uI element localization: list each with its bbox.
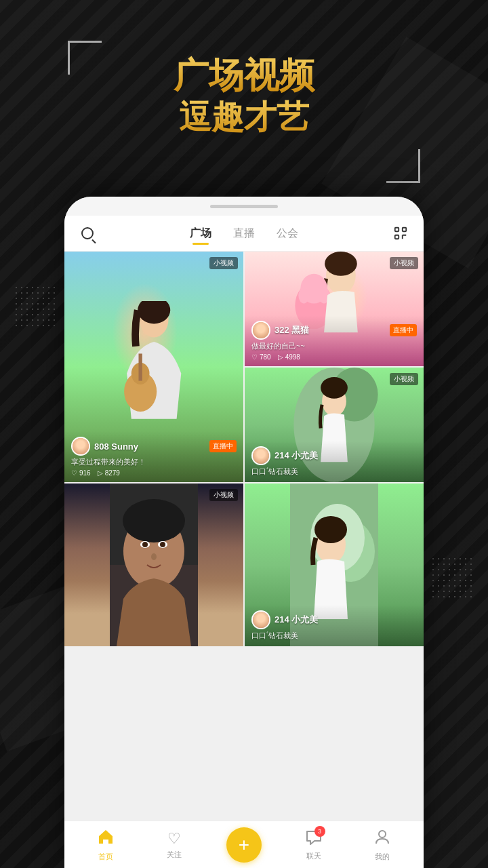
svg-rect-1 [403,228,407,232]
svg-point-20 [321,377,348,399]
play-icon-2: ▷ [278,353,283,361]
grid-spacer [64,648,424,661]
card1-views: ▷ 8279 [98,469,120,477]
title-area: 广场视频 逗趣才艺 [0,54,488,139]
card5-username: 214 小尤美 [274,614,417,626]
card5-desc: 口口ٴ钻石裁美 [251,631,417,641]
title-sub: 逗趣才艺 [0,96,488,138]
top-nav: 广场 直播 公会 [64,216,424,252]
home-label: 首页 [98,852,113,862]
video-card-5[interactable]: 214 小尤美 口口ٴ钻石裁美 [245,484,424,646]
svg-point-29 [151,553,157,560]
card4-badge: 小视频 [390,373,418,385]
nav-add[interactable]: + [226,827,262,863]
chat-badge: 3 [314,826,325,837]
home-icon [97,828,115,850]
svg-point-35 [379,831,386,837]
search-button[interactable] [75,221,100,245]
tab-guild[interactable]: 公会 [277,224,298,243]
card1-user-info: 808 Sunny 直播中 享受过程带来的美好！ ♡ 916 ▷ 8279 [64,431,243,482]
chat-icon-wrap: 3 [305,829,323,849]
card4-username: 214 小尤美 [274,450,417,462]
card2-desc: 做最好的自己~~ [251,341,417,351]
card4-avatar [251,446,270,465]
follow-icon: ♡ [167,830,181,848]
video-card-4[interactable]: 小视频 214 小尤美 口口ٴ钻石裁美 [245,368,424,482]
tab-square[interactable]: 广场 [190,224,211,243]
card1-username: 808 Sunny [94,441,205,452]
card1-figure [100,301,207,428]
card2-username: 322 黑猫 [274,324,386,336]
scan-button[interactable] [388,221,413,245]
card5-avatar [251,610,270,629]
card1-desc: 享受过程带来的美好！ [71,457,237,467]
profile-label: 我的 [375,852,390,862]
card2-views: ▷ 4998 [278,353,300,361]
card2-user-info: 322 黑猫 直播中 做最好的自己~~ ♡ 780 ▷ [245,315,424,366]
nav-home[interactable]: 首页 [89,828,123,862]
svg-rect-2 [395,235,399,239]
card1-view-count: 8279 [105,469,120,477]
card1-stats: ♡ 916 ▷ 8279 [71,469,237,477]
phone-notch [64,197,424,216]
card1-likes: ♡ 916 [71,469,91,477]
video-card-2[interactable]: 小视频 322 黑猫 直播中 做最好的自己~~ ♡ [245,252,424,366]
card2-likes: ♡ 780 [251,353,271,361]
card1-badge: 小视频 [209,257,238,269]
video-card-3[interactable]: 小视频 [64,484,243,646]
play-icon-1: ▷ [98,469,103,477]
dot-pattern-right [430,556,474,600]
content-grid: 小视频 808 Sunny 直播中 享受过程带来的美好！ ♡ 916 [64,252,424,821]
card2-view-count: 4998 [285,353,300,361]
nav-profile[interactable]: 我的 [365,828,399,862]
card2-like-count: 780 [260,353,271,361]
add-icon: + [239,835,249,854]
grid-row-2: 小视频 [64,484,424,646]
svg-rect-10 [138,353,142,380]
svg-point-34 [314,516,347,543]
card2-badge: 小视频 [390,257,418,269]
chat-label: 联天 [306,851,321,861]
tab-live[interactable]: 直播 [233,224,255,243]
svg-point-12 [325,252,357,276]
dot-pattern-left [14,285,58,329]
grid-row-1: 小视频 808 Sunny 直播中 享受过程带来的美好！ ♡ 916 [64,252,424,482]
card1-like-count: 916 [79,469,91,477]
card2-avatar [251,321,270,340]
search-icon [81,227,94,239]
card2-live-badge: 直播中 [390,324,417,336]
card3-figure [64,484,243,646]
heart-icon-1: ♡ [71,469,77,477]
add-button[interactable]: + [226,827,262,863]
profile-icon [373,828,391,850]
card1-live-badge: 直播中 [209,440,237,452]
svg-point-26 [142,542,148,547]
card1-avatar [71,437,90,456]
card4-desc: 口口ٴ钻石裁美 [251,467,417,477]
follow-label: 关注 [167,850,182,860]
title-main: 广场视频 [0,54,488,96]
card3-badge: 小视频 [209,489,238,501]
svg-rect-0 [395,228,399,232]
nav-follow[interactable]: ♡ 关注 [157,830,191,860]
svg-point-24 [123,499,185,542]
svg-point-15 [298,288,309,304]
video-card-1[interactable]: 小视频 808 Sunny 直播中 享受过程带来的美好！ ♡ 916 [64,252,243,482]
scan-icon [393,226,408,241]
app-content: 广场 直播 公会 [64,216,424,868]
svg-point-28 [160,542,165,547]
notch-bar [210,205,278,208]
card5-user-info: 214 小尤美 口口ٴ钻石裁美 [245,605,424,646]
heart-icon-2: ♡ [251,353,258,361]
nav-tabs: 广场 直播 公会 [100,224,388,243]
bottom-nav: 首页 ♡ 关注 + 3 联天 [64,821,424,868]
card4-user-info: 214 小尤美 口口ٴ钻石裁美 [245,441,424,482]
card2-stats: ♡ 780 ▷ 4998 [251,353,417,361]
phone-frame: 广场 直播 公会 [64,197,424,868]
nav-chat[interactable]: 3 联天 [297,829,331,861]
corner-bracket-br [386,149,420,183]
